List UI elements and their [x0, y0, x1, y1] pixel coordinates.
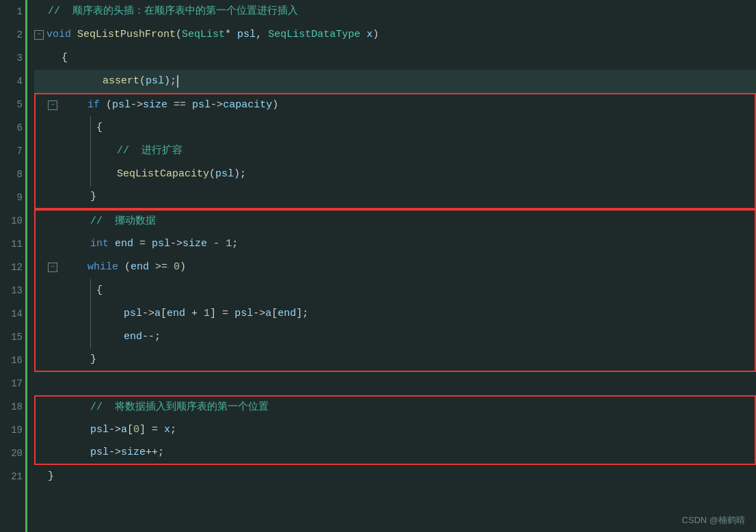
code-fn-capacity: SeqListCapacity: [117, 163, 209, 186]
code-brace-3: {: [62, 46, 68, 70]
line-num-10: 10: [11, 209, 23, 232]
code-content: // 顺序表的头插：在顺序表中的第一个位置进行插入 − void SeqList…: [27, 0, 756, 532]
code-line-17: [34, 372, 756, 395]
line-num-18: 18: [11, 395, 23, 418]
cursor: [177, 75, 178, 88]
line-num-15: 15: [11, 325, 23, 349]
code-line-8: SeqListCapacity ( psl );: [34, 163, 756, 186]
code-line-14: psl -> a [ end + 1 ] = psl -> a [ end ];: [34, 302, 756, 325]
code-line-4: assert ( psl );: [34, 70, 756, 93]
code-line-5: − if ( psl -> size == psl -> capacity ): [34, 93, 756, 116]
code-line-19: psl -> a [ 0 ] = x ;: [34, 418, 756, 442]
code-line-7: // 进行扩容: [34, 139, 756, 163]
code-comment-move: // 挪动数据: [90, 210, 156, 233]
code-comment-insert: // 将数据插入到顺序表的第一个位置: [90, 396, 269, 419]
code-type-seqlist: SeqList: [182, 23, 225, 46]
code-param-psl: psl: [237, 23, 256, 46]
line-number-gutter: 1 2 3 4 5 6 7 8 9 10 11 12 13 14 15 16 1…: [0, 0, 27, 532]
line-num-9: 9: [17, 186, 23, 209]
line-num-13: 13: [11, 279, 23, 302]
code-line-13: {: [34, 279, 756, 302]
code-param-x: x: [366, 23, 373, 46]
line-num-5: 5: [17, 93, 23, 116]
code-brace-6: {: [96, 116, 103, 139]
line-num-12: 12: [11, 256, 23, 279]
code-line-18: // 将数据插入到顺序表的第一个位置: [34, 395, 756, 418]
code-text-1: // 顺序表的头插：在顺序表中的第一个位置进行插入: [48, 0, 298, 23]
code-kw-void: void: [46, 23, 71, 46]
code-kw-while: while: [87, 256, 118, 279]
fold-btn-2[interactable]: −: [34, 30, 44, 40]
code-line-3: {: [34, 46, 756, 70]
line-num-7: 7: [17, 139, 23, 163]
line-num-2: 2: [17, 23, 23, 46]
code-line-2: − void SeqListPushFront ( SeqList * psl …: [34, 23, 756, 46]
watermark: CSDN @楠鹤晴: [681, 514, 745, 527]
code-line-16: }: [34, 349, 756, 372]
code-paren-open: (: [176, 23, 182, 46]
line-num-3: 3: [17, 46, 23, 70]
line-num-19: 19: [11, 418, 23, 442]
code-line-10: // 挪动数据: [34, 209, 756, 232]
line-num-8: 8: [17, 163, 23, 186]
code-line-11: int end = psl -> size - 1 ;: [34, 232, 756, 256]
code-editor: 1 2 3 4 5 6 7 8 9 10 11 12 13 14 15 16 1…: [0, 0, 756, 532]
code-comment-expand: // 进行扩容: [117, 139, 183, 163]
code-brace-21: }: [48, 465, 54, 488]
line-num-6: 6: [17, 116, 23, 139]
code-line-1: // 顺序表的头插：在顺序表中的第一个位置进行插入: [34, 0, 756, 23]
line-num-11: 11: [11, 232, 23, 256]
code-line-20: psl -> size ++;: [34, 442, 756, 465]
fold-btn-5[interactable]: −: [48, 101, 57, 110]
code-brace-13: {: [96, 279, 103, 302]
code-line-12: − while ( end >= 0 ): [34, 256, 756, 279]
line-num-21: 21: [11, 465, 23, 488]
code-brace-16: }: [90, 348, 96, 371]
code-line-21: }: [34, 465, 756, 488]
line-num-16: 16: [11, 349, 23, 372]
code-line-9: }: [34, 186, 756, 209]
line-num-20: 20: [11, 442, 23, 465]
code-fn-name: SeqListPushFront: [77, 23, 176, 46]
line-num-14: 14: [11, 302, 23, 325]
code-type-datatype: SeqListDataType: [268, 23, 360, 46]
code-fn-assert: assert: [103, 70, 139, 93]
line-num-1: 1: [17, 0, 23, 23]
code-line-6: {: [34, 116, 756, 139]
code-line-15: end --;: [34, 325, 756, 349]
code-kw-if: if: [87, 94, 100, 117]
line-num-4: 4: [17, 70, 23, 93]
line-num-17: 17: [11, 372, 23, 395]
code-brace-9: }: [90, 185, 96, 209]
fold-btn-12[interactable]: −: [48, 263, 57, 272]
code-kw-int: int: [90, 232, 109, 256]
